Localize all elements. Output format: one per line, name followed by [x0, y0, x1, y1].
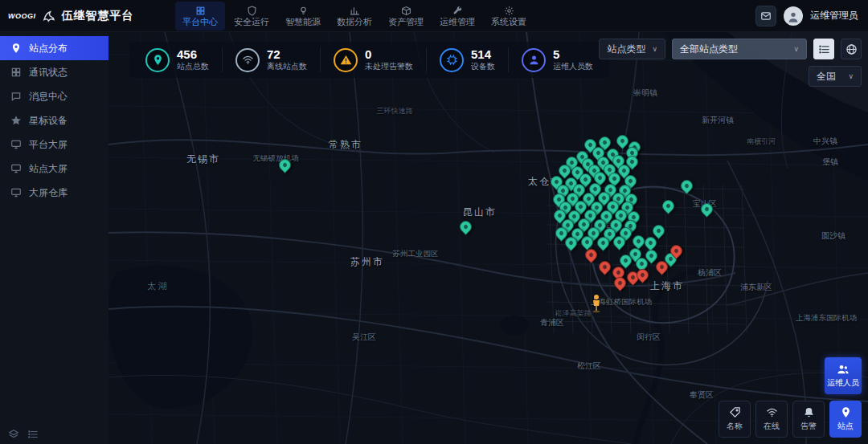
nav-item-ops-management[interactable]: 运维管理 [432, 2, 482, 31]
monitor-icon [10, 139, 22, 150]
pin-shape [595, 234, 612, 251]
map-view-button[interactable] [841, 39, 862, 59]
tool-name-toggle-button[interactable]: 名称 [719, 401, 751, 438]
map-toggle-row: 名称在线告警站点 [719, 401, 862, 438]
gear-icon [504, 6, 514, 16]
chart-icon [350, 6, 360, 16]
nav-item-label: 资产管理 [388, 18, 424, 26]
site-marker-online[interactable] [279, 159, 291, 171]
sidebar-item-label: 大屏仓库 [29, 186, 68, 200]
sidebar-item-label: 消息中心 [29, 90, 68, 104]
site-marker-online[interactable] [460, 221, 472, 233]
site-type-label: 站点类型 [607, 43, 645, 56]
chat-icon [10, 91, 22, 102]
sidebar-item-starred-devices[interactable]: 星标设备 [0, 108, 108, 132]
nav-item-label: 数据分析 [337, 18, 372, 26]
ops-person-marker[interactable] [591, 294, 602, 313]
tool-site-toggle-button[interactable]: 站点 [829, 401, 862, 438]
legend-list-icon[interactable] [27, 429, 39, 440]
site-marker-online[interactable] [565, 237, 577, 249]
region-dropdown[interactable]: 全国 ∨ [809, 66, 862, 87]
pin-shape [660, 198, 677, 214]
tool-alarm-toggle-button[interactable]: 告警 [792, 401, 825, 438]
wifi-icon [235, 48, 260, 72]
avatar[interactable] [784, 6, 803, 26]
nav-item-label: 系统设置 [491, 18, 526, 26]
site-marker-online[interactable] [620, 255, 632, 267]
tool-label: 告警 [800, 421, 817, 432]
sidebar-item-platform-screen[interactable]: 平台大屏 [0, 132, 108, 157]
pin-shape [457, 218, 474, 235]
site-marker-online[interactable] [701, 203, 713, 215]
sidebar-item-site-screen[interactable]: 站点大屏 [0, 157, 108, 181]
bell-icon [803, 406, 815, 418]
site-type-dropdown[interactable]: 站点类型 ∨ [599, 39, 665, 59]
nav-item-platform-center[interactable]: 平台中心 [175, 2, 225, 31]
pin-shape [596, 259, 613, 275]
layers-icon[interactable] [8, 429, 19, 440]
site-marker-alarm[interactable] [656, 261, 668, 273]
site-marker-online[interactable] [633, 235, 645, 247]
pin-icon [145, 48, 170, 72]
chevron-down-icon: ∨ [793, 45, 799, 53]
nav-item-asset-management[interactable]: 资产管理 [381, 2, 431, 31]
sidebar-item-message-center[interactable]: 消息中心 [0, 84, 108, 108]
site-marker-online[interactable] [616, 135, 628, 147]
site-marker-alarm[interactable] [585, 249, 597, 261]
stat-devices: 514设备数 [427, 47, 509, 72]
site-marker-alarm[interactable] [599, 261, 611, 273]
stat-value: 456 [177, 47, 209, 61]
nav-item-safety-operation[interactable]: 安全运行 [227, 2, 276, 31]
chevron-down-icon: ∨ [652, 45, 657, 53]
stat-ops-staff: 5运维人员数 [509, 47, 606, 72]
tool-ops-staff-tool-button[interactable]: 运维人员 [825, 357, 862, 394]
sidebar: 站点分布通讯状态消息中心星标设备平台大屏站点大屏大屏仓库 [0, 32, 108, 444]
site-marker-online[interactable] [597, 237, 609, 249]
wrench-icon [452, 6, 463, 16]
tool-label: 站点 [837, 421, 854, 432]
site-marker-alarm[interactable] [670, 245, 682, 257]
site-type-value-dropdown[interactable]: 全部站点类型 ∨ [672, 39, 807, 59]
site-type-value: 全部站点类型 [680, 43, 738, 56]
stat-value: 514 [471, 47, 495, 61]
sidebar-item-screen-warehouse[interactable]: 大屏仓库 [0, 181, 108, 205]
map-basemap [108, 32, 868, 444]
nav-item-smart-energy[interactable]: 智慧能源 [278, 2, 328, 31]
tool-online-toggle-button[interactable]: 在线 [755, 401, 788, 438]
main-nav: 平台中心安全运行智慧能源数据分析资产管理运维管理系统设置 [175, 0, 534, 32]
nav-item-data-analysis[interactable]: 数据分析 [330, 2, 379, 31]
nav-item-system-settings[interactable]: 系统设置 [484, 2, 534, 31]
stat-text: 0未处理告警数 [365, 47, 413, 72]
sidebar-item-label: 星标设备 [29, 114, 68, 128]
site-marker-alarm[interactable] [614, 277, 626, 289]
sidebar-item-comm-status[interactable]: 通讯状态 [0, 60, 108, 84]
stat-value: 5 [553, 47, 593, 61]
site-marker-online[interactable] [581, 236, 593, 248]
site-marker-alarm[interactable] [637, 269, 649, 281]
sidebar-footer [8, 429, 39, 440]
logo-text: WOOGI [8, 12, 36, 20]
tool-label: 运维人员 [827, 377, 859, 389]
site-marker-online[interactable] [559, 165, 571, 177]
tool-label: 在线 [764, 421, 780, 432]
stat-label: 设备数 [471, 61, 495, 72]
pin-shape [653, 259, 670, 275]
monitor-icon [10, 163, 22, 174]
stats-bar: 456站点总数72离线站点数0未处理告警数514设备数5运维人员数 [129, 42, 609, 78]
sidebar-item-site-distribution[interactable]: 站点分布 [0, 36, 108, 60]
pin-shape [634, 267, 651, 283]
site-marker-online[interactable] [653, 225, 665, 237]
site-marker-online[interactable] [645, 237, 657, 249]
app-title: 伍继智慧平台 [62, 9, 134, 23]
sidebar-item-label: 站点分布 [29, 42, 68, 55]
pin-shape [698, 201, 715, 218]
user-name: 运维管理员 [810, 9, 858, 22]
monitor-icon [10, 187, 22, 198]
site-marker-online[interactable] [613, 236, 625, 248]
list-view-button[interactable] [813, 39, 834, 59]
site-marker-online[interactable] [681, 180, 693, 192]
mail-button[interactable] [755, 6, 776, 26]
stat-text: 456站点总数 [177, 47, 209, 72]
site-marker-online[interactable] [662, 200, 674, 212]
map-canvas[interactable]: 界潘镇崇明镇新开河镇南横引河中兴镇堡镇三环快速路常熟市无锡市无锡硕放机场太仓市昆… [108, 32, 868, 444]
